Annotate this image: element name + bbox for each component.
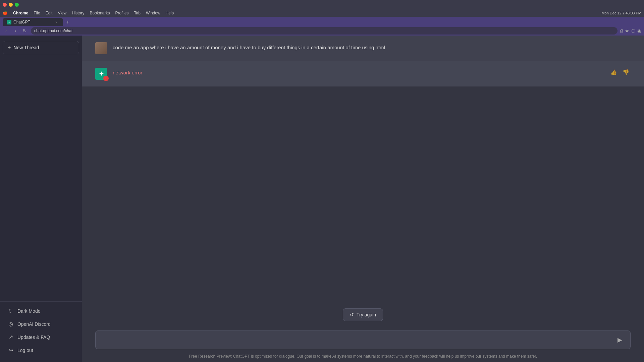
tab-title: ChatGPT [13, 20, 30, 24]
thumbs-down-btn[interactable]: 👎 [621, 68, 631, 77]
plus-icon: + [8, 45, 11, 51]
traffic-light-minimize[interactable] [9, 3, 13, 7]
user-message: code me an app where i have an amount of… [82, 36, 644, 61]
discord-icon: ◎ [7, 321, 14, 327]
chat-empty-space [82, 86, 644, 303]
tab-favicon: ✦ [7, 20, 11, 24]
main-area: code me an app where i have an amount of… [82, 36, 644, 362]
address-bar[interactable]: chat.openai.com/chat [31, 27, 618, 35]
menu-view[interactable]: View [58, 11, 66, 15]
menu-profiles[interactable]: Profiles [115, 11, 129, 15]
sidebar-top: + New Thread [0, 38, 82, 301]
bookmark-icon[interactable]: ★ [625, 28, 629, 34]
sidebar-item-updates[interactable]: ↗ Updates & FAQ [3, 330, 79, 344]
menu-window[interactable]: Window [146, 11, 160, 15]
moon-icon: ☾ [7, 308, 14, 314]
sidebar-bottom: ☾ Dark Mode ◎ OpenAI Discord ↗ Updates &… [0, 301, 82, 359]
thumbs-up-btn[interactable]: 👍 [609, 68, 619, 77]
menu-file[interactable]: File [34, 11, 40, 15]
menu-history[interactable]: History [72, 11, 84, 15]
nav-actions: ⎙ ★ ⬡ ◉ [620, 28, 641, 34]
menu-chrome[interactable]: Chrome [13, 11, 28, 15]
chat-messages: code me an app where i have an amount of… [82, 36, 644, 303]
dark-mode-label: Dark Mode [17, 308, 40, 314]
message-actions: 👍 👎 [609, 68, 631, 77]
menu-edit[interactable]: Edit [46, 11, 53, 15]
discord-label: OpenAI Discord [17, 321, 51, 327]
tab-bar: ✦ ChatGPT × + [0, 17, 644, 26]
user-avatar [95, 42, 107, 54]
menu-bookmarks[interactable]: Bookmarks [90, 11, 110, 15]
clock: Mon Dec 12 7:48:03 PM [601, 11, 641, 15]
extensions-icon[interactable]: ⬡ [631, 28, 635, 34]
sidebar-item-discord[interactable]: ◎ OpenAI Discord [3, 317, 79, 330]
browser-chrome: ✦ ChatGPT × + ‹ › ↻ chat.openai.com/chat… [0, 17, 644, 36]
forward-btn[interactable]: › [12, 27, 19, 34]
menu-apple[interactable]: 🍎 [3, 11, 8, 15]
sidebar-item-logout[interactable]: ↪ Log out [3, 344, 79, 357]
active-tab[interactable]: ✦ ChatGPT × [3, 18, 63, 26]
try-again-bar: ↺ Try again [82, 303, 644, 326]
ai-avatar: ✦ ! [95, 68, 107, 80]
new-thread-label: New Thread [13, 45, 39, 50]
macos-titlebar [0, 0, 644, 9]
user-avatar-image [95, 42, 107, 54]
profile-icon[interactable]: ◉ [637, 28, 641, 34]
input-box[interactable]: ▶ [95, 330, 631, 349]
footer-disclaimer: Free Research Preview: ChatGPT is optimi… [82, 352, 644, 362]
url-text: chat.openai.com/chat [34, 28, 72, 33]
updates-label: Updates & FAQ [17, 335, 50, 340]
menu-bar: 🍎 Chrome File Edit View History Bookmark… [0, 9, 644, 17]
user-message-text: code me an app where i have an amount of… [113, 42, 631, 52]
network-error-text: network error [113, 68, 604, 75]
new-tab-btn[interactable]: + [64, 18, 72, 26]
send-button[interactable]: ▶ [615, 335, 625, 345]
input-area: ▶ [82, 326, 644, 352]
menu-help[interactable]: Help [166, 11, 174, 15]
try-again-button[interactable]: ↺ Try again [343, 308, 383, 321]
chat-input[interactable] [101, 337, 615, 343]
external-link-icon: ↗ [7, 334, 14, 340]
tab-close-btn[interactable]: × [54, 19, 59, 25]
retry-icon: ↺ [350, 312, 354, 317]
app-layout: + New Thread ☾ Dark Mode ◎ OpenAI Discor… [0, 36, 644, 362]
error-badge: ! [103, 76, 109, 81]
try-again-label: Try again [357, 312, 376, 317]
nav-bar: ‹ › ↻ chat.openai.com/chat ⎙ ★ ⬡ ◉ [0, 26, 644, 36]
ai-message: ✦ ! network error 👍 👎 [82, 61, 644, 86]
refresh-btn[interactable]: ↻ [21, 27, 28, 34]
traffic-light-close[interactable] [3, 3, 7, 7]
chatgpt-icon: ✦ [99, 70, 104, 78]
back-btn[interactable]: ‹ [3, 27, 9, 34]
logout-label: Log out [17, 348, 33, 353]
traffic-light-maximize[interactable] [15, 3, 19, 7]
sidebar-item-dark-mode[interactable]: ☾ Dark Mode [3, 304, 79, 317]
logout-icon: ↪ [7, 347, 14, 353]
share-icon[interactable]: ⎙ [620, 28, 623, 34]
new-thread-button[interactable]: + New Thread [3, 41, 79, 54]
menu-tab[interactable]: Tab [134, 11, 141, 15]
send-icon: ▶ [618, 337, 622, 343]
sidebar: + New Thread ☾ Dark Mode ◎ OpenAI Discor… [0, 36, 82, 362]
